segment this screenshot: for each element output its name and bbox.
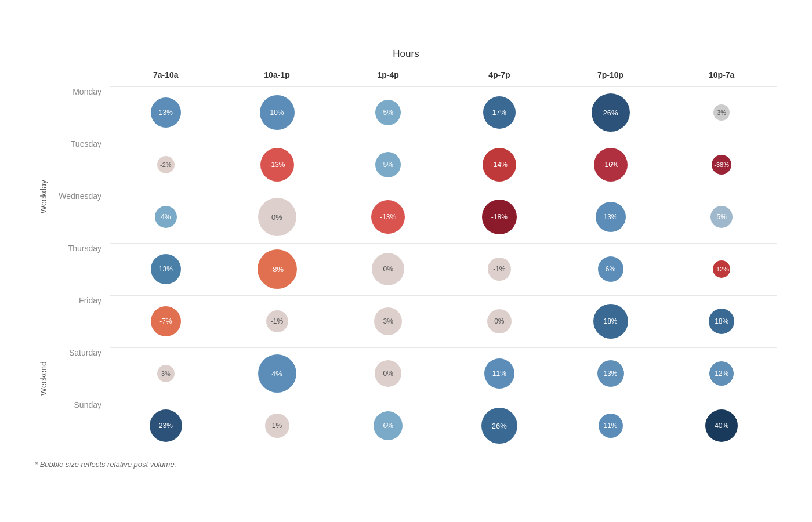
data-cell-0-3-4: 6%	[555, 244, 666, 295]
data-cell-0-2-0: 4%	[110, 191, 222, 243]
group-label-0: Weekday	[35, 66, 52, 327]
data-cell-0-4-0: -7%	[110, 296, 222, 347]
data-cell-0-2-4: 13%	[555, 191, 666, 243]
day-label-0-2: Wednesday	[52, 170, 110, 222]
data-cell-1-1-4: 11%	[555, 400, 666, 452]
data-cell-0-4-1: -1%	[222, 296, 333, 347]
bubble-0-3-3: -1%	[488, 258, 511, 281]
group-label-1: Weekend	[35, 327, 52, 431]
bubble-0-4-3: 0%	[487, 309, 512, 334]
bubble-1-1-5: 40%	[705, 409, 738, 442]
bubble-0-2-4: 13%	[596, 202, 626, 232]
data-cell-0-3-5: -12%	[666, 244, 777, 295]
data-cell-1-0-0: 3%	[110, 348, 222, 400]
bubble-0-0-3: 17%	[483, 96, 516, 129]
bubble-1-0-2: 0%	[375, 360, 401, 387]
bubble-0-3-2: 0%	[372, 253, 404, 285]
bubble-1-1-4: 11%	[599, 414, 623, 438]
data-cell-0-1-3: -14%	[444, 139, 555, 191]
data-cell-1-1-0: 23%	[110, 400, 222, 452]
data-cell-0-2-5: 5%	[666, 191, 777, 243]
data-cell-0-3-1: -8%	[222, 244, 333, 295]
bubble-1-0-4: 13%	[597, 360, 624, 387]
data-cell-1-0-2: 0%	[332, 348, 444, 400]
data-cell-0-4-5: 18%	[666, 296, 777, 347]
bubble-1-0-3: 11%	[484, 358, 514, 389]
bubble-0-2-2: -13%	[371, 200, 405, 234]
group-labels-section: WeekdayWeekend	[35, 66, 52, 452]
bubble-0-3-0: 13%	[151, 254, 181, 284]
bubble-0-1-1: -13%	[260, 148, 294, 182]
data-cell-1-0-4: 13%	[555, 348, 666, 400]
header-cell-3: 4p-7p	[444, 66, 555, 86]
data-row-0-2: 4%0%-13%-18%13%5%	[110, 191, 777, 243]
data-cell-0-1-5: -38%	[666, 139, 777, 191]
bubble-1-1-3: 26%	[481, 408, 517, 444]
data-cell-1-1-2: 6%	[332, 400, 444, 452]
day-label-0-4: Friday	[52, 274, 110, 327]
data-row-0-4: -7%-1%3%0%18%18%	[110, 295, 777, 347]
bubble-0-3-5: -12%	[713, 260, 730, 278]
day-label-1-0: Saturday	[52, 327, 110, 379]
day-labels-col: MondayTuesdayWednesdayThursdayFridaySatu…	[52, 66, 110, 452]
chart-container: Hours WeekdayWeekend MondayTuesdayWednes…	[23, 37, 789, 486]
data-row-0-0: 13%10%5%17%26%3%	[110, 86, 777, 139]
bubble-0-1-2: 5%	[375, 152, 401, 177]
bubble-1-1-2: 6%	[374, 411, 403, 440]
data-cell-0-3-2: 0%	[332, 244, 444, 295]
data-row-0-1: -2%-13%5%-14%-16%-38%	[110, 139, 777, 191]
bubble-0-0-0: 13%	[151, 97, 181, 128]
day-label-0-3: Thursday	[52, 222, 110, 274]
data-row-1-0: 3%4%0%11%13%12%	[110, 347, 777, 400]
bubble-0-2-1: 0%	[258, 198, 296, 236]
bubble-1-1-0: 23%	[150, 409, 182, 442]
data-cell-1-1-3: 26%	[444, 400, 555, 452]
data-cell-0-0-5: 3%	[666, 87, 777, 139]
bubble-1-0-1: 4%	[258, 354, 296, 393]
header-row: 7a-10a10a-1p1p-4p4p-7p7p-10p10p-7a	[110, 66, 777, 86]
data-cell-0-1-4: -16%	[555, 139, 666, 191]
data-cell-0-0-4: 26%	[555, 87, 666, 139]
header-cell-0: 7a-10a	[110, 66, 222, 86]
data-cell-1-0-3: 11%	[444, 348, 555, 400]
data-cell-0-0-3: 17%	[444, 87, 555, 139]
bubble-0-1-5: -38%	[712, 155, 731, 175]
grid-main: 7a-10a10a-1p1p-4p4p-7p7p-10p10p-7a 13%10…	[110, 66, 777, 452]
data-cell-0-3-0: 13%	[110, 244, 222, 295]
data-cell-0-0-2: 5%	[332, 87, 444, 139]
bubble-0-0-5: 3%	[713, 104, 730, 121]
data-cell-1-1-1: 1%	[222, 400, 333, 452]
bubble-1-1-1: 1%	[265, 414, 289, 438]
data-cell-0-0-1: 10%	[222, 87, 333, 139]
data-cell-0-0-0: 13%	[110, 87, 222, 139]
data-cell-0-4-4: 18%	[555, 296, 666, 347]
bubble-0-4-4: 18%	[593, 304, 628, 339]
bubble-1-0-5: 12%	[709, 361, 734, 386]
data-cell-1-1-5: 40%	[666, 400, 777, 452]
bubble-1-0-0: 3%	[157, 365, 175, 382]
data-row-0-3: 13%-8%0%-1%6%-12%	[110, 243, 777, 295]
bubble-0-4-1: -1%	[266, 310, 288, 332]
day-label-0-0: Monday	[52, 66, 110, 118]
bubble-0-2-0: 4%	[155, 206, 177, 228]
header-cell-4: 7p-10p	[555, 66, 666, 86]
bubble-0-1-4: -16%	[594, 148, 628, 182]
bubble-0-2-5: 5%	[710, 206, 733, 228]
bubble-0-4-0: -7%	[151, 306, 181, 336]
grid-wrapper: WeekdayWeekend MondayTuesdayWednesdayThu…	[35, 66, 777, 452]
data-cell-0-4-2: 3%	[332, 296, 444, 347]
data-cell-0-1-0: -2%	[110, 139, 222, 191]
data-cell-0-2-1: 0%	[222, 191, 333, 243]
bubble-0-4-5: 18%	[709, 309, 734, 334]
day-label-0-1: Tuesday	[52, 118, 110, 170]
data-cell-1-0-1: 4%	[222, 348, 333, 400]
bubble-0-0-2: 5%	[375, 100, 401, 125]
bubble-0-3-4: 6%	[598, 256, 624, 282]
bubble-0-3-1: -8%	[258, 249, 297, 289]
header-cell-5: 10p-7a	[666, 66, 777, 86]
bubble-0-4-2: 3%	[374, 307, 402, 335]
data-cell-0-2-2: -13%	[332, 191, 444, 243]
day-label-1-1: Sunday	[52, 379, 110, 431]
bubble-0-0-1: 10%	[260, 95, 295, 130]
data-row-1-1: 23%1%6%26%11%40%	[110, 400, 777, 452]
